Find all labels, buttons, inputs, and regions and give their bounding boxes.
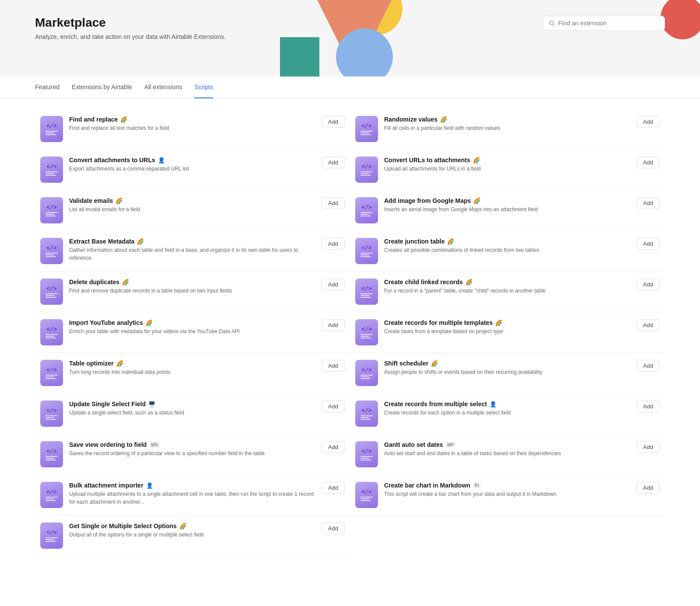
list-item: </> Create records from multiple select … xyxy=(350,394,665,434)
add-button[interactable]: Add xyxy=(637,319,660,331)
extension-body: Bulk attachment importer 👤 Upload multip… xyxy=(69,482,315,506)
extension-name-row: Extract Base Metadata 🌈 xyxy=(69,238,315,245)
extension-name: Bulk attachment importer xyxy=(69,482,144,489)
extension-icon: </> xyxy=(40,238,63,264)
add-button[interactable]: Add xyxy=(322,238,345,250)
main-content: </> Find and replace 🌈 Find and replace … xyxy=(0,98,700,567)
add-button[interactable]: Add xyxy=(637,116,660,128)
extension-body: Gantt auto set dates MP Auto set start a… xyxy=(384,441,630,457)
add-button[interactable]: Add xyxy=(637,401,660,412)
extension-name-row: Create bar chart in Markdown RI xyxy=(384,482,630,489)
extension-name-row: Create records from multiple select 👤 xyxy=(384,401,630,407)
add-button[interactable]: Add xyxy=(322,157,345,168)
extension-body: Create junction table 🌈 Creates all poss… xyxy=(384,238,630,254)
add-button[interactable]: Add xyxy=(637,197,660,209)
extension-name: Create records for multiple templates xyxy=(384,319,493,326)
search-input[interactable] xyxy=(558,20,658,27)
extension-desc: Find and replace all text matches for a … xyxy=(69,124,315,132)
add-button[interactable]: Add xyxy=(322,482,345,494)
extension-name-row: Convert URLs to attachments 🌈 xyxy=(384,157,630,164)
add-button[interactable]: Add xyxy=(322,319,345,331)
tab-all-extensions[interactable]: All extensions xyxy=(144,77,182,98)
add-button[interactable]: Add xyxy=(637,360,660,372)
extension-desc: Creates all possible combinations of lin… xyxy=(384,246,630,254)
extension-name: Create records from multiple select xyxy=(384,401,487,407)
list-item: </> Extract Base Metadata 🌈 Gather infor… xyxy=(35,231,350,272)
extension-name-row: Shift scheduler 🌈 xyxy=(384,360,630,367)
search-box[interactable] xyxy=(542,16,665,31)
list-item: </> Create records for multiple template… xyxy=(350,312,665,353)
add-button[interactable]: Add xyxy=(322,279,345,290)
extension-body: Create records from multiple select 👤 Cr… xyxy=(384,401,630,417)
extension-icon: </> xyxy=(40,401,63,427)
add-button[interactable]: Add xyxy=(637,441,660,453)
extension-name: Update Single Select Field xyxy=(69,401,146,407)
extension-actions: Add xyxy=(637,116,660,128)
add-button[interactable]: Add xyxy=(322,401,345,412)
add-button[interactable]: Add xyxy=(322,116,345,128)
ext-emoji: 🌈 xyxy=(431,360,438,367)
search-icon xyxy=(549,20,555,26)
extension-actions: Add xyxy=(637,401,660,412)
ext-emoji: 👤 xyxy=(146,482,153,489)
list-item: </> Add image from Google Maps 🌈 Inserts… xyxy=(350,190,665,231)
extension-icon: </> xyxy=(355,279,378,305)
extension-name: Shift scheduler xyxy=(384,360,428,367)
tab-scripts[interactable]: Scripts xyxy=(194,77,213,98)
extension-body: Shift scheduler 🌈 Assign people to shift… xyxy=(384,360,630,376)
extension-icon: </> xyxy=(355,319,378,345)
ext-emoji: 🌈 xyxy=(116,198,122,204)
extension-icon: </> xyxy=(40,116,63,142)
list-item: </> Update Single Select Field 🖥️ Update… xyxy=(35,394,350,434)
extension-icon: </> xyxy=(355,482,378,508)
extension-icon: </> xyxy=(355,441,378,467)
extension-body: Randomize values 🌈 Fill all cells in a p… xyxy=(384,116,630,132)
extension-actions: Add xyxy=(322,522,345,534)
extension-actions: Add xyxy=(637,238,660,250)
extension-icon: </> xyxy=(40,522,63,549)
list-item: </> Convert attachments to URLs 👤 Export… xyxy=(35,150,350,190)
extension-body: Create bar chart in Markdown RI This scr… xyxy=(384,482,630,498)
add-button[interactable]: Add xyxy=(637,279,660,290)
extension-icon: </> xyxy=(40,279,63,305)
add-button[interactable]: Add xyxy=(322,441,345,453)
extension-icon: </> xyxy=(355,360,378,386)
add-button[interactable]: Add xyxy=(322,197,345,209)
tab-extensions-by-airtable[interactable]: Extensions by Airtable xyxy=(72,77,132,98)
ext-emoji: 🌈 xyxy=(440,116,447,123)
extension-name-row: Create junction table 🌈 xyxy=(384,238,630,245)
extension-desc: Gather information about each table and … xyxy=(69,246,315,262)
extension-actions: Add xyxy=(322,197,345,209)
tab-featured[interactable]: Featured xyxy=(35,77,60,98)
add-button[interactable]: Add xyxy=(637,157,660,168)
ext-badge: MP xyxy=(446,442,456,448)
extension-name-row: Save view ordering to field MN xyxy=(69,441,315,448)
list-item: </> Validate emails 🌈 List all invalid e… xyxy=(35,190,350,231)
list-item: </> Save view ordering to field MN Saves… xyxy=(35,434,350,475)
extension-name-row: Get Single or Multiple Select Options 🌈 xyxy=(69,522,315,529)
add-button[interactable]: Add xyxy=(637,482,660,494)
add-button[interactable]: Add xyxy=(637,238,660,250)
extension-name-row: Import YouTube analytics 🌈 xyxy=(69,319,315,326)
extension-desc: For a record in a "parent" table, create… xyxy=(384,287,630,295)
list-item: </> Delete duplicates 🌈 Find and remove … xyxy=(35,272,350,312)
header: Marketplace Analyze, enrich, and take ac… xyxy=(0,0,700,77)
extension-desc: Create tasks from a template based on pr… xyxy=(384,327,630,335)
extension-name-row: Update Single Select Field 🖥️ xyxy=(69,401,315,407)
extension-desc: Update a single-select field, such as a … xyxy=(69,409,315,417)
extension-body: Table optimizer 🌈 Turn long records into… xyxy=(69,360,315,376)
add-button[interactable]: Add xyxy=(322,522,345,534)
list-item: </> Table optimizer 🌈 Turn long records … xyxy=(35,353,350,394)
extension-desc: List all invalid emails for a field xyxy=(69,205,315,213)
extension-desc: Output all of the options for a single o… xyxy=(69,531,315,539)
list-item: </> Randomize values 🌈 Fill all cells in… xyxy=(350,109,665,150)
ext-emoji: 🌈 xyxy=(179,523,186,529)
extension-desc: Saves the record ordering of a particula… xyxy=(69,449,315,457)
extension-icon: </> xyxy=(40,360,63,386)
extension-name: Table optimizer xyxy=(69,360,114,367)
add-button[interactable]: Add xyxy=(322,360,345,372)
extension-icon: </> xyxy=(40,197,63,223)
extension-icon: </> xyxy=(40,157,63,183)
extension-desc: Assign people to shifts or events based … xyxy=(384,368,630,376)
extension-name: Save view ordering to field xyxy=(69,441,147,448)
